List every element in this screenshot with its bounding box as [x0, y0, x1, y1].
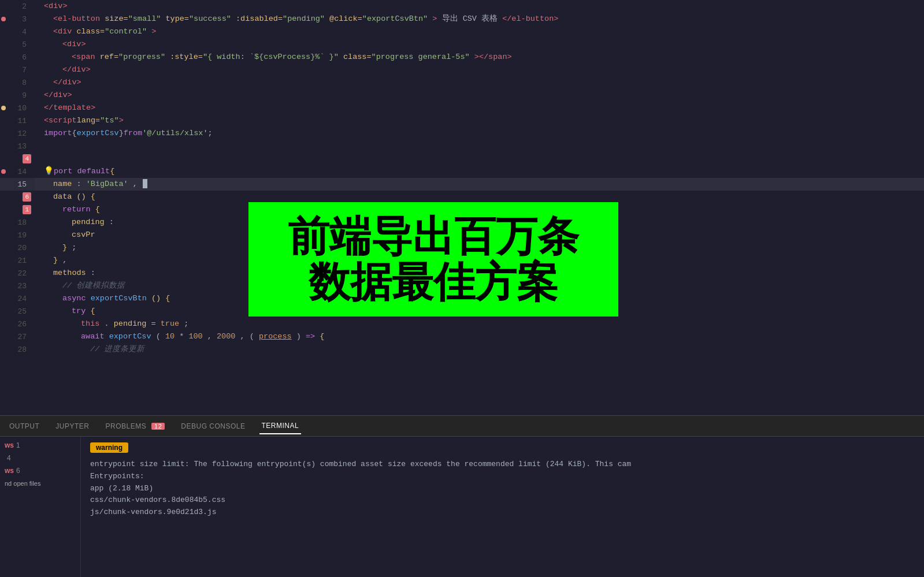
code-line-6: <span ref="progress" :style="{ width: `$… — [35, 51, 924, 64]
gutter-row-badge4: 4 — [0, 152, 35, 165]
terminal-line-5: js/chunk-vendors.9e0d21d3.js — [90, 507, 915, 519]
badge-4: 4 — [23, 154, 31, 163]
code-line-7: </div> — [35, 64, 924, 76]
panel-tabs: OUTPUT JUPYTER PROBLEMS 12 DEBUG CONSOLE… — [0, 416, 924, 437]
sidebar-ws-6: ws 6 — [0, 464, 80, 477]
line-num-6: 6 — [9, 53, 27, 62]
gutter-row-13: 13 — [0, 140, 35, 152]
gutter-row-9: 9 — [0, 89, 35, 102]
open-files-label: nd open files — [5, 480, 40, 487]
gutter-row-19: 19 — [0, 229, 35, 241]
code-content[interactable]: <div> <el-button size="small" type="succ… — [35, 0, 924, 415]
line-num-3: 3 — [9, 15, 27, 24]
terminal-line-1: entrypoint size limit: The following ent… — [90, 459, 915, 471]
line-num-2: 2 — [9, 2, 27, 11]
tab-jupyter[interactable]: JUPYTER — [53, 419, 91, 434]
bottom-panel: OUTPUT JUPYTER PROBLEMS 12 DEBUG CONSOLE… — [0, 415, 924, 577]
code-line-15: name : 'BigData' , — [35, 178, 924, 191]
sidebar-open-files: nd open files — [0, 477, 80, 490]
code-line-13 — [35, 140, 924, 152]
line-num-11: 11 — [9, 117, 27, 125]
gutter-row-18: 18 — [0, 216, 35, 229]
line-num-28: 28 — [9, 345, 27, 354]
code-line-11: <script lang="ts" > — [35, 114, 924, 127]
terminal-line-4: css/chunk-vendors.8de084b5.css — [90, 494, 915, 507]
tab-debug-console[interactable]: DEBUG CONSOLE — [179, 419, 247, 434]
line-num-27: 27 — [9, 333, 27, 341]
line-num-19: 19 — [9, 231, 27, 240]
code-line-2: <div> — [35, 0, 924, 13]
badge-6: 6 — [23, 192, 31, 202]
gutter-row-16: 6 — [0, 191, 35, 203]
overlay-text: 前端导出百万条数据最佳方案 — [248, 202, 618, 317]
line-num-15: 15 — [9, 180, 27, 189]
gutter-row-4: 4 — [0, 25, 35, 38]
terminal-left-sidebar: ws 1 4 ws 6 nd open files — [0, 437, 81, 577]
code-line-4: <div class="control" > — [35, 25, 924, 38]
code-line-26: this . pending = true ; — [35, 318, 924, 330]
line-num-22: 22 — [9, 269, 27, 278]
line-num-18: 18 — [9, 218, 27, 227]
line-num-21: 21 — [9, 256, 27, 265]
line-num-8: 8 — [9, 79, 27, 87]
gutter-row-27: 27 — [0, 330, 35, 343]
code-line-badge — [35, 152, 924, 165]
tab-problems[interactable]: PROBLEMS 12 — [103, 419, 168, 434]
gutter-row-28: 28 — [0, 343, 35, 356]
blank-count-4: 4 — [7, 454, 11, 462]
terminal-content: ws 1 4 ws 6 nd open files warning entryp… — [0, 437, 924, 577]
code-line-3: <el-button size="small" type="success" :… — [35, 13, 924, 25]
code-line-12: import { exportCsv } from '@/utils/xlsx'… — [35, 127, 924, 140]
gutter-row-5: 5 — [0, 38, 35, 51]
terminal-main: warning entrypoint size limit: The follo… — [81, 437, 924, 577]
line-num-4: 4 — [9, 28, 27, 36]
terminal-line-2: Entrypoints: — [90, 471, 915, 483]
gutter-row-17: 1 — [0, 203, 35, 216]
gutter-row-2: 2 — [0, 0, 35, 13]
terminal-text: entrypoint size limit: The following ent… — [90, 459, 915, 519]
code-line-8: </div> — [35, 76, 924, 89]
line-num-20: 20 — [9, 244, 27, 252]
ws-count-6: 6 — [16, 467, 20, 475]
line-num-24: 24 — [9, 295, 27, 303]
code-line-16: data () { — [35, 191, 924, 203]
code-line-9: </div> — [35, 89, 924, 102]
code-line-5: <div> — [35, 38, 924, 51]
problems-count: 12 — [151, 423, 165, 430]
gutter-row-3: 3 — [0, 13, 35, 25]
terminal-line-3: app (2.18 MiB) — [90, 483, 915, 495]
gutter-row-24: 24 — [0, 292, 35, 305]
gutter-row-25: 25 — [0, 305, 35, 318]
code-line-27: await exportCsv ( 10 * 100 , 2000 , ( pr… — [35, 330, 924, 343]
sidebar-blank-4: 4 — [0, 452, 80, 464]
line-numbers-gutter: 2 3 4 5 6 7 8 9 10 — [0, 0, 35, 415]
breakpoint-dot — [1, 17, 6, 21]
gutter-row-14: 14 — [0, 165, 35, 178]
breakpoint-dot-14 — [1, 169, 6, 174]
ws-count-1: 1 — [16, 441, 20, 449]
line-num-7: 7 — [9, 66, 27, 75]
gutter-row-10: 10 — [0, 102, 35, 114]
ws-label-6: ws — [5, 467, 14, 475]
gutter-row-7: 7 — [0, 64, 35, 76]
line-num-5: 5 — [9, 40, 27, 49]
code-line-10: </template> — [35, 102, 924, 114]
gutter-row-6: 6 — [0, 51, 35, 64]
line-num-10: 10 — [9, 104, 27, 113]
line-num-14: 14 — [9, 167, 27, 176]
line-num-25: 25 — [9, 307, 27, 316]
text-cursor — [143, 179, 147, 188]
line-num-9: 9 — [9, 91, 27, 100]
line-num-12: 12 — [9, 129, 27, 138]
ws-label-1: ws — [5, 441, 14, 449]
gutter-row-11: 11 — [0, 114, 35, 127]
tab-output[interactable]: OUTPUT — [7, 419, 42, 434]
warning-badge: warning — [90, 442, 128, 453]
gutter-row-21: 21 — [0, 254, 35, 267]
badge-1: 1 — [23, 205, 31, 214]
code-line-14: 💡 port default { — [35, 165, 924, 178]
tab-terminal[interactable]: TERMINAL — [259, 418, 302, 434]
code-line-28: // 进度条更新 — [35, 343, 924, 356]
warning-dot — [1, 106, 6, 110]
gutter-row-8: 8 — [0, 76, 35, 89]
